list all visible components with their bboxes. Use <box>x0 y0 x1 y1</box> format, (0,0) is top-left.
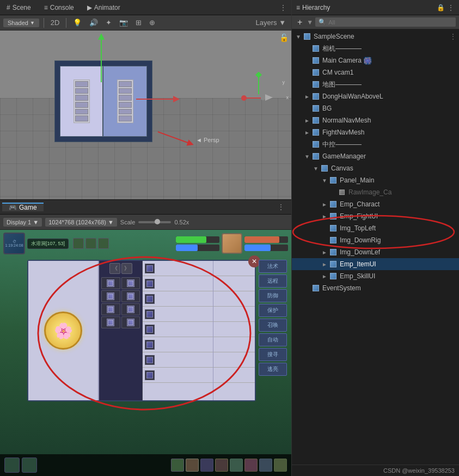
tree-item-cm-vcam1[interactable]: CM vcam1 <box>292 66 459 78</box>
tree-arrow[interactable]: ► <box>320 273 329 279</box>
skill-cell[interactable] <box>101 303 120 315</box>
skill-cell[interactable] <box>121 303 140 315</box>
panel-list-row[interactable] <box>143 291 213 307</box>
skill-cell[interactable] <box>101 290 120 302</box>
skill-cell[interactable] <box>121 290 140 302</box>
shaded-dropdown[interactable]: Shaded ▼ <box>3 19 39 27</box>
tree-item-raw-image[interactable]: RawImage_Ca <box>292 186 459 198</box>
tab-more-btn[interactable]: ⋮ <box>275 0 291 15</box>
panel-list-row[interactable] <box>143 261 213 276</box>
skill-btn-2[interactable]: 防御 <box>259 289 287 302</box>
resolution-dropdown[interactable]: 1024*768 (1024x768) ▼ <box>45 218 117 227</box>
skill-pattern <box>108 294 113 299</box>
tree-item-emp-charact[interactable]: ► Emp_Charact <box>292 198 459 210</box>
tree-item-sample-scene[interactable]: ▼ SampleScene ⋮ <box>292 30 459 42</box>
skill-cell[interactable] <box>101 277 120 289</box>
mode-2d-btn[interactable]: 2D <box>48 17 62 28</box>
tree-arrow[interactable]: ▼ <box>311 166 320 172</box>
tree-item-bg[interactable]: BG <box>292 102 459 114</box>
tab-animator[interactable]: ▶ Animator <box>81 0 127 15</box>
tree-item-emp-skill-ui[interactable]: ► Emp_SkillUI <box>292 270 459 282</box>
tab-game[interactable]: 🎮 Game <box>2 203 44 211</box>
skill-cell[interactable] <box>101 316 120 328</box>
tree-item-img-down-lef[interactable]: ► Img_DownLef <box>292 246 459 258</box>
list-icon-inner <box>146 280 153 287</box>
tree-item-emp-item-ui[interactable]: ► Emp_ItemUI <box>292 258 459 270</box>
tree-item-normal-nav[interactable]: ► NormalNavMesh <box>292 114 459 126</box>
grid-btn[interactable]: ⊞ <box>133 17 144 28</box>
hierarchy-more-btn[interactable]: ⋮ <box>447 3 455 12</box>
tree-arrow[interactable]: ► <box>320 249 329 255</box>
tree-item-img-top-left[interactable]: Img_TopLeft <box>292 222 459 234</box>
tree-arrow[interactable]: ► <box>303 94 311 100</box>
tree-arrow[interactable]: ► <box>320 261 329 267</box>
tree-item-camera-zh[interactable]: 相机———— <box>292 42 459 54</box>
tree-cube <box>329 212 338 221</box>
gizmos-btn[interactable]: ⊕ <box>147 17 157 28</box>
tree-item-dong-hai[interactable]: ► DongHaiWanAboveL <box>292 90 459 102</box>
panel-list-row[interactable] <box>143 307 213 322</box>
skill-btn-1[interactable]: 远程 <box>259 274 287 288</box>
bar-3 <box>244 236 288 243</box>
tab-scene[interactable]: # Scene <box>0 0 38 15</box>
tree-cube <box>311 92 320 101</box>
tree-item-zhong-kong[interactable]: 中控———— <box>292 138 459 150</box>
tree-more-btn[interactable]: ⋮ <box>449 32 457 41</box>
tab-console[interactable]: ≡ Console <box>38 0 81 15</box>
skill-cell[interactable] <box>121 316 140 328</box>
list-icon <box>145 294 155 304</box>
skill-btn-4[interactable]: 召唤 <box>259 319 287 332</box>
effects-btn[interactable]: ✦ <box>103 17 114 28</box>
hierarchy-search-input[interactable] <box>328 19 452 26</box>
camera-btn[interactable]: 📷 <box>117 17 130 28</box>
tree-label-cm-vcam1: CM vcam1 <box>322 69 353 76</box>
skill-btn-3[interactable]: 保护 <box>259 304 287 317</box>
cube-icon <box>321 165 328 172</box>
tree-item-event-system[interactable]: EventSystem <box>292 282 459 294</box>
skill-btn-5[interactable]: 自动 <box>259 333 287 346</box>
tree-item-main-camera[interactable]: Main Camera 🎆 <box>292 54 459 66</box>
tree-item-game-manager[interactable]: ▼ GameManager <box>292 150 459 162</box>
tree-item-ditu[interactable]: 地图———— <box>292 78 459 90</box>
audio-btn[interactable]: 🔊 <box>87 17 100 28</box>
skill-btn-0[interactable]: 法术 <box>259 260 287 273</box>
mp-bar <box>176 245 219 251</box>
tree-item-canvas[interactable]: ▼ Canvas <box>292 162 459 174</box>
hierarchy-lock-icon[interactable]: 🔒 <box>437 4 445 11</box>
arrow-left-btn[interactable]: 《 <box>109 263 120 274</box>
tree-arrow[interactable]: ► <box>303 118 311 124</box>
tree-arrow[interactable]: ► <box>320 213 329 219</box>
tree-label-bg: BG <box>322 105 332 112</box>
tree-item-fight-nav[interactable]: ► FightNavMesh <box>292 126 459 138</box>
tab-animator-label: Animator <box>94 4 120 11</box>
dec-row <box>119 81 132 87</box>
scale-slider[interactable] <box>138 221 171 223</box>
light-btn[interactable]: 💡 <box>71 17 84 28</box>
display-dropdown[interactable]: Display 1 ▼ <box>3 218 42 227</box>
tree-item-img-down-rig[interactable]: Img_DownRig <box>292 234 459 246</box>
tree-arrow[interactable]: ► <box>320 202 329 208</box>
panel-list-row[interactable] <box>143 276 213 291</box>
skill-cell[interactable] <box>121 277 140 289</box>
panel-list-row[interactable] <box>143 352 213 368</box>
panel-list-row[interactable] <box>143 337 213 352</box>
tree-arrow[interactable]: ▼ <box>303 154 311 160</box>
skill-btn-6[interactable]: 搜寻 <box>259 348 287 361</box>
game-tab-more[interactable]: ⋮ <box>273 203 289 211</box>
hierarchy-arrow-btn[interactable]: ▼ <box>307 19 313 26</box>
skill-btn-7[interactable]: 逃亮 <box>259 363 287 376</box>
scene-lock-icon[interactable]: 🔓 <box>279 33 289 42</box>
hud-bottom <box>0 454 291 476</box>
layers-btn[interactable]: Layers ▼ <box>254 17 289 28</box>
tree-arrow[interactable]: ► <box>303 130 311 136</box>
tree-item-emp-fight-ui[interactable]: ► Emp_FightUI <box>292 210 459 222</box>
tree-item-panel-main[interactable]: ▼ Panel_Main <box>292 174 459 186</box>
tree-arrow[interactable]: ▼ <box>294 34 303 40</box>
tree-label-ditu: 地图———— <box>322 80 362 89</box>
tree-arrow[interactable]: ▼ <box>320 178 329 184</box>
arrow-right-btn[interactable]: 》 <box>121 263 132 274</box>
panel-list-row[interactable] <box>143 368 213 383</box>
panel-list-row[interactable] <box>143 322 213 337</box>
dec-row <box>75 109 88 115</box>
hierarchy-add-btn[interactable]: + <box>295 17 304 27</box>
